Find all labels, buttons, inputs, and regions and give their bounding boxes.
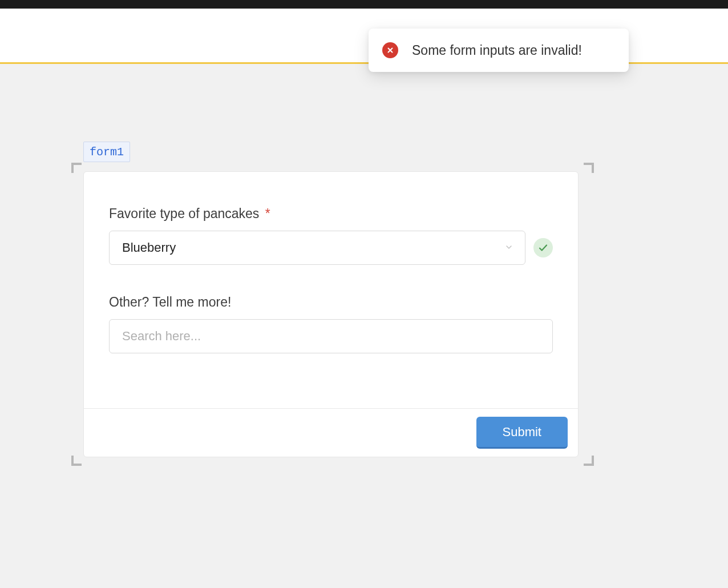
error-x-icon bbox=[382, 42, 398, 58]
window-topbar bbox=[0, 0, 728, 9]
selection-corner-icon bbox=[584, 163, 594, 173]
form-canvas: form1 Favorite type of pancakes * Bluebe… bbox=[73, 171, 592, 457]
error-toast-message: Some form inputs are invalid! bbox=[412, 43, 582, 58]
other-input[interactable] bbox=[109, 319, 553, 353]
field-label-text: Favorite type of pancakes bbox=[109, 206, 259, 221]
field-label: Favorite type of pancakes * bbox=[109, 206, 553, 221]
form-name-badge[interactable]: form1 bbox=[83, 142, 130, 162]
field-other: Other? Tell me more! bbox=[109, 295, 553, 353]
field-label-text: Other? Tell me more! bbox=[109, 295, 231, 309]
selection-corner-icon bbox=[584, 456, 594, 466]
form-footer: Submit bbox=[84, 408, 578, 457]
chevron-down-icon bbox=[504, 240, 513, 255]
valid-check-icon bbox=[533, 238, 553, 257]
selection-corner-icon bbox=[71, 456, 82, 466]
field-label: Other? Tell me more! bbox=[109, 295, 553, 310]
field-pancakes: Favorite type of pancakes * Blueberry bbox=[109, 206, 553, 265]
select-value: Blueberry bbox=[122, 240, 176, 255]
pancakes-select[interactable]: Blueberry bbox=[109, 231, 525, 265]
error-toast: Some form inputs are invalid! bbox=[369, 29, 629, 72]
selection-corner-icon bbox=[71, 163, 82, 173]
submit-button[interactable]: Submit bbox=[476, 417, 568, 449]
required-asterisk-icon: * bbox=[265, 206, 270, 221]
form-panel: Favorite type of pancakes * Blueberry bbox=[83, 171, 579, 457]
